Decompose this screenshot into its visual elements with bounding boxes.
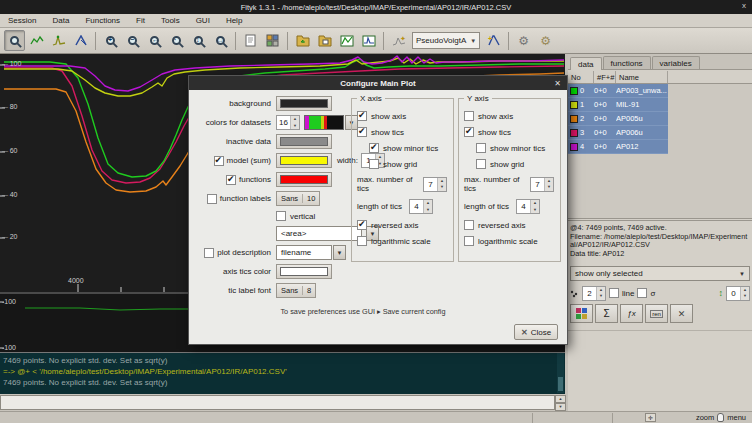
console-scrollbar[interactable] bbox=[557, 353, 564, 393]
plot-config-button[interactable] bbox=[358, 30, 379, 51]
model-color-button[interactable] bbox=[276, 153, 332, 168]
functions-checkbox[interactable] bbox=[226, 175, 236, 185]
tab-functions[interactable]: functions bbox=[603, 56, 651, 69]
tic-label-font-button[interactable]: Sans8 bbox=[276, 283, 316, 298]
pointer-mode-icon[interactable]: ✛ bbox=[645, 413, 656, 422]
plot-description-checkbox[interactable] bbox=[204, 248, 214, 258]
table-row[interactable]: 2 0+0 AP005u bbox=[568, 112, 668, 126]
y-axis-group: Y axis show axis show tics show minor ti… bbox=[458, 98, 561, 262]
dataset-buttons: Σ ƒx ren ✕ bbox=[570, 304, 750, 324]
x-length-tics-spinner[interactable]: 4▲▼ bbox=[409, 199, 433, 214]
edit-data-button[interactable]: ƒx bbox=[620, 304, 643, 323]
rename-button[interactable]: ren bbox=[645, 304, 668, 323]
y-max-tics-spinner[interactable]: 7▲▼ bbox=[530, 177, 554, 192]
function-labels-checkbox[interactable] bbox=[207, 194, 217, 204]
mode-data-range-button[interactable] bbox=[26, 30, 47, 51]
run-script-again-button[interactable]: ⚙ bbox=[535, 30, 556, 51]
zoom-all-button[interactable]: □ bbox=[210, 30, 231, 51]
menu-fit[interactable]: Fit bbox=[128, 16, 153, 25]
zoom-out-button[interactable]: − bbox=[122, 30, 143, 51]
plot-icon bbox=[340, 35, 354, 47]
x-show-grid-checkbox[interactable] bbox=[369, 159, 379, 169]
open-data-button[interactable] bbox=[292, 30, 313, 51]
dialog-body: background colors for datasets 16▲▼ ▼ bbox=[189, 90, 567, 346]
y-show-minor-tics-checkbox[interactable] bbox=[476, 143, 486, 153]
y-show-grid-checkbox[interactable] bbox=[476, 159, 486, 169]
table-row[interactable]: 0 0+0 AP003_unwa... bbox=[568, 84, 668, 98]
tab-variables[interactable]: variables bbox=[652, 56, 700, 69]
menu-functions[interactable]: Functions bbox=[77, 16, 128, 25]
functions-color-button[interactable] bbox=[276, 172, 332, 187]
y-show-tics-checkbox[interactable] bbox=[464, 127, 474, 137]
dataset-colors-button[interactable] bbox=[570, 304, 593, 323]
y-show-axis-checkbox[interactable] bbox=[464, 111, 474, 121]
x-show-axis-checkbox[interactable] bbox=[357, 111, 367, 121]
dataset-info: @4: 7469 points, 7469 active. Filename: … bbox=[568, 220, 752, 261]
x-show-minor-tics-checkbox[interactable] bbox=[369, 143, 379, 153]
label-format-combo[interactable]: <area> bbox=[276, 226, 362, 241]
x-show-tics-checkbox[interactable] bbox=[357, 127, 367, 137]
dialog-close-icon[interactable]: ✕ bbox=[554, 79, 561, 88]
x-max-tics-spinner[interactable]: 7▲▼ bbox=[423, 177, 447, 192]
menu-help[interactable]: Help bbox=[218, 16, 250, 25]
table-row[interactable]: 4 0+0 AP012 bbox=[568, 140, 668, 154]
command-input[interactable] bbox=[0, 395, 555, 410]
zoom-prev-button[interactable]: · bbox=[166, 30, 187, 51]
background-color-button[interactable] bbox=[276, 96, 332, 111]
menu-gui[interactable]: GUI bbox=[188, 16, 218, 25]
toolbar-separator bbox=[287, 32, 288, 50]
mode-drag-peak-button[interactable] bbox=[70, 30, 91, 51]
function-labels-font-button[interactable]: Sans10 bbox=[276, 191, 320, 206]
edit-init-button[interactable] bbox=[240, 30, 261, 51]
shift-spinner[interactable]: 0▲▼ bbox=[726, 286, 750, 301]
table-row[interactable]: 1 0+0 MIL-91 bbox=[568, 98, 668, 112]
dataset-colors-count-spinner[interactable]: 16▲▼ bbox=[276, 115, 300, 130]
x-reversed-axis-checkbox[interactable] bbox=[357, 220, 367, 230]
model-sum-checkbox[interactable] bbox=[214, 156, 224, 166]
zoom-vertical-button[interactable]: ↕ bbox=[188, 30, 209, 51]
delete-dataset-button[interactable]: ✕ bbox=[670, 304, 693, 323]
close-button-label: Close bbox=[531, 328, 551, 337]
gui-config-button[interactable] bbox=[262, 30, 283, 51]
command-history-spinner[interactable]: ▲▼ bbox=[555, 395, 566, 410]
console-line: 7469 points. No explicit std. dev. Set a… bbox=[3, 355, 562, 366]
window-close-icon[interactable]: x bbox=[742, 1, 746, 10]
toolbar-separator bbox=[508, 32, 509, 50]
mode-zoom-button[interactable] bbox=[4, 30, 25, 51]
x-log-scale-checkbox[interactable] bbox=[357, 236, 367, 246]
open-data-table-button[interactable] bbox=[314, 30, 335, 51]
dialog-titlebar[interactable]: Configure Main Plot ✕ bbox=[189, 76, 567, 90]
chevron-down-icon[interactable]: ▼ bbox=[333, 245, 346, 260]
plot-description-combo[interactable]: filename bbox=[276, 245, 332, 260]
point-size-spinner[interactable]: 2▲▼ bbox=[582, 286, 606, 301]
zoom-in-button[interactable]: + bbox=[100, 30, 121, 51]
col-fpn: #F+# bbox=[594, 71, 616, 83]
auto-add-button[interactable]: ✦ bbox=[388, 30, 409, 51]
close-button[interactable]: ✕ Close bbox=[514, 324, 558, 340]
sum-button[interactable]: Σ bbox=[595, 304, 618, 323]
mode-add-peak-button[interactable] bbox=[48, 30, 69, 51]
dataset-colors-strip[interactable] bbox=[304, 115, 344, 130]
y-length-tics-spinner[interactable]: 4▲▼ bbox=[516, 199, 540, 214]
table-row[interactable]: 3 0+0 AP006u bbox=[568, 126, 668, 140]
y-reversed-axis-checkbox[interactable] bbox=[464, 220, 474, 230]
line-checkbox[interactable] bbox=[609, 288, 619, 298]
add-function-button[interactable]: + bbox=[483, 30, 504, 51]
drag-peak-icon bbox=[74, 35, 88, 47]
menu-data[interactable]: Data bbox=[44, 16, 77, 25]
vertical-checkbox[interactable] bbox=[276, 211, 286, 221]
show-filter-combo[interactable]: show only selected ▼ bbox=[570, 266, 750, 281]
zoom-undo-button[interactable]: ← bbox=[144, 30, 165, 51]
plot-export-button[interactable] bbox=[336, 30, 357, 51]
menu-tools[interactable]: Tools bbox=[153, 16, 188, 25]
tab-data[interactable]: data bbox=[570, 57, 602, 70]
svg-text:✦: ✦ bbox=[400, 35, 406, 42]
peak-type-combo[interactable]: PseudoVoigtA ▼ bbox=[412, 32, 480, 49]
menu-session[interactable]: Session bbox=[0, 16, 44, 25]
y-log-scale-checkbox[interactable] bbox=[464, 236, 474, 246]
run-script-button[interactable]: ⚙ bbox=[513, 30, 534, 51]
sigma-checkbox[interactable] bbox=[637, 288, 647, 298]
axis-tics-color-button[interactable] bbox=[276, 264, 332, 279]
statusbar-divider bbox=[532, 413, 533, 423]
inactive-data-color-button[interactable] bbox=[276, 134, 332, 149]
